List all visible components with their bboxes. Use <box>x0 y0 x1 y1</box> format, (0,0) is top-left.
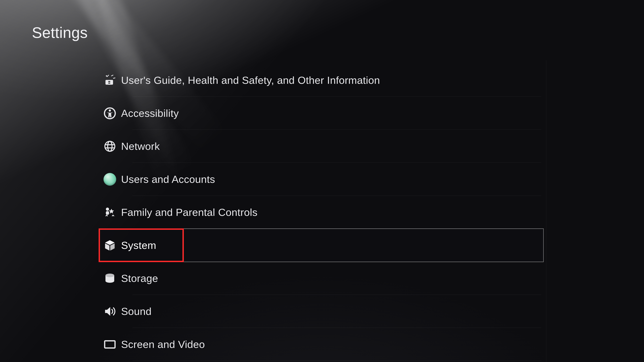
family-icon <box>99 206 121 219</box>
menu-item-label: System <box>121 239 156 251</box>
menu-item-label: Network <box>121 140 160 152</box>
svg-point-6 <box>105 141 115 151</box>
svg-point-11 <box>106 274 114 277</box>
svg-rect-12 <box>105 341 115 348</box>
menu-item-label: Family and Parental Controls <box>121 206 258 218</box>
menu-item-family-parental[interactable]: Family and Parental Controls <box>99 196 544 229</box>
menu-item-accessibility[interactable]: Accessibility <box>99 97 544 130</box>
menu-item-users-guide[interactable]: User's Guide, Health and Safety, and Oth… <box>99 64 544 97</box>
settings-menu: User's Guide, Health and Safety, and Oth… <box>99 64 544 361</box>
page-title: Settings <box>32 24 88 41</box>
svg-point-5 <box>109 109 111 111</box>
menu-item-label: Storage <box>121 272 158 284</box>
svg-point-8 <box>106 207 109 211</box>
svg-point-3 <box>106 75 107 76</box>
menu-item-storage[interactable]: Storage <box>99 262 544 295</box>
svg-rect-0 <box>106 80 113 85</box>
globe-icon <box>99 140 121 153</box>
menu-item-label: User's Guide, Health and Safety, and Oth… <box>121 74 380 86</box>
menu-item-network[interactable]: Network <box>99 130 544 163</box>
menu-item-screen-video[interactable]: Screen and Video <box>99 328 544 361</box>
menu-item-sound[interactable]: Sound <box>99 295 544 328</box>
menu-item-label: Accessibility <box>121 107 179 119</box>
cube-icon <box>99 239 121 252</box>
svg-rect-1 <box>108 81 110 82</box>
screen-icon <box>99 338 121 351</box>
menu-item-users-accounts[interactable]: Users and Accounts <box>99 163 544 196</box>
avatar-icon <box>99 173 121 186</box>
svg-rect-2 <box>108 83 110 83</box>
svg-point-7 <box>108 141 112 151</box>
menu-item-label: Screen and Video <box>121 338 205 350</box>
content-right-edge <box>546 60 546 362</box>
menu-item-system[interactable]: System <box>99 229 544 262</box>
accessibility-icon <box>99 107 121 120</box>
info-kit-icon <box>99 74 121 87</box>
menu-item-label: Users and Accounts <box>121 173 215 185</box>
menu-item-label: Sound <box>121 305 152 317</box>
speaker-icon <box>99 305 121 318</box>
storage-icon <box>99 272 121 285</box>
svg-rect-9 <box>106 211 109 215</box>
